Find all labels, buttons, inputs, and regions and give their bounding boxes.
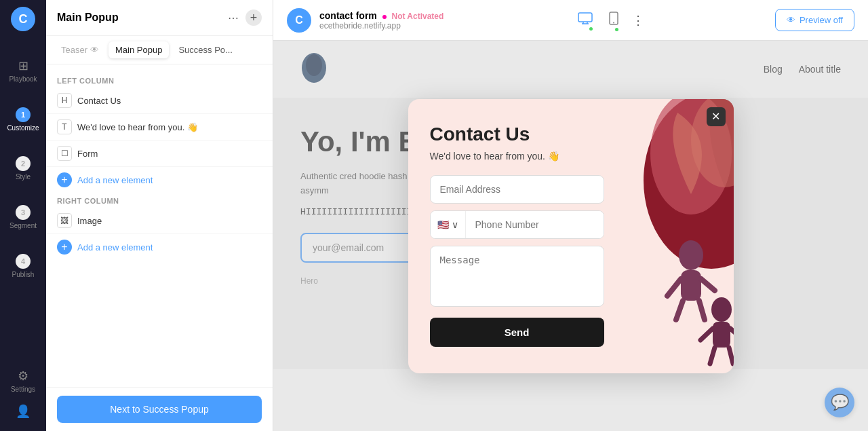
svg-line-15 <box>676 301 683 320</box>
svg-line-19 <box>701 329 713 340</box>
form-label: Form <box>77 149 98 159</box>
topbar-app-name: contact form Not Activated <box>319 10 443 21</box>
panel-content: LEFT COLUMN H Contact Us T We'd love to … <box>46 64 273 387</box>
tab-success-popup[interactable]: Success Po... <box>172 41 239 58</box>
modal-phone-row: 🇺🇸 ∨ <box>430 210 604 239</box>
modal-title: Contact Us <box>430 124 604 145</box>
add-element-left-label: Add a new element <box>77 175 153 185</box>
text-label: We'd love to hear from you. 👋 <box>77 122 198 132</box>
phone-chevron: ∨ <box>452 219 458 230</box>
success-popup-label: Success Po... <box>178 45 232 55</box>
svg-line-13 <box>667 279 681 296</box>
panel-more-button[interactable]: ⋯ <box>226 10 240 26</box>
sidebar-item-customize[interactable]: 1 Customize <box>7 102 39 137</box>
sidebar-label-style: Style <box>16 173 31 181</box>
heading-icon: H <box>57 93 72 108</box>
app-sidebar: C ⊞ Playbook 1 Customize 2 Style 3 Segme… <box>0 0 46 431</box>
svg-rect-12 <box>681 270 701 301</box>
illustration-svg <box>623 99 734 371</box>
panel-title: Main Popup <box>57 12 119 24</box>
add-element-left-icon: + <box>57 172 72 187</box>
add-element-right[interactable]: + Add a new element <box>46 234 273 260</box>
account-icon: 👤 <box>16 404 31 419</box>
contact-modal: ✕ Contact Us We'd love to hear from you.… <box>408 99 734 373</box>
main-area: C contact form Not Activated ecethebride… <box>273 0 868 431</box>
sidebar-label-segment: Segment <box>9 222 37 229</box>
app-logo[interactable]: C <box>11 7 35 31</box>
svg-line-14 <box>701 279 715 291</box>
sidebar-item-segment[interactable]: 3 Segment <box>7 200 39 235</box>
canvas: Blog About title Yo, I'm Blu boilerplat … <box>273 41 868 431</box>
svg-point-11 <box>679 240 703 270</box>
desktop-dot <box>589 27 593 31</box>
modal-email-input[interactable] <box>430 175 604 204</box>
sidebar-label-playbook: Playbook <box>9 75 37 83</box>
phone-flag[interactable]: 🇺🇸 ∨ <box>431 211 466 238</box>
sidebar-item-publish[interactable]: 4 Publish <box>7 248 39 284</box>
topbar-more-button[interactable]: ⋮ <box>632 13 644 28</box>
main-popup-label: Main Popup <box>115 45 162 55</box>
sidebar-item-style[interactable]: 2 Style <box>7 151 39 186</box>
svg-point-5 <box>613 22 614 24</box>
svg-line-16 <box>699 301 705 320</box>
preview-button[interactable]: 👁 Preview off <box>775 9 854 31</box>
website-preview: Blog About title Yo, I'm Blu boilerplat … <box>273 41 868 431</box>
sidebar-label-settings: Settings <box>11 386 35 393</box>
step-num-style: 2 <box>16 156 31 171</box>
panel-header-actions: ⋯ + <box>226 10 262 26</box>
svg-point-17 <box>711 297 732 322</box>
modal-phone-input[interactable] <box>466 211 604 238</box>
teaser-label: Teaser <box>61 45 87 55</box>
panel-tabs: Teaser 👁 Main Popup Success Po... <box>46 36 273 64</box>
add-element-left[interactable]: + Add a new element <box>46 167 273 193</box>
next-button[interactable]: Next to Success Popup <box>57 396 262 423</box>
settings-icon: ⚙ <box>18 369 28 383</box>
image-label: Image <box>77 216 102 226</box>
desktop-device-button[interactable] <box>575 10 595 31</box>
status-dot <box>382 15 387 19</box>
topbar-app-icon: C <box>287 8 311 33</box>
sidebar-item-account[interactable]: 👤 <box>0 398 46 424</box>
mobile-dot <box>615 28 618 31</box>
sidebar-label-publish: Publish <box>12 271 35 278</box>
sidebar-label-customize: Customize <box>7 124 39 132</box>
modal-illustration <box>623 99 734 373</box>
playbook-icon: ⊞ <box>18 58 28 73</box>
form-icon: ☐ <box>57 146 72 161</box>
svg-line-21 <box>710 348 715 364</box>
topbar: C contact form Not Activated ecethebride… <box>273 0 868 41</box>
svg-rect-0 <box>578 13 592 22</box>
step-navigation: ⊞ Playbook 1 Customize 2 Style 3 Segment… <box>7 45 39 292</box>
editor-panel: Main Popup ⋯ + Teaser 👁 Main Popup Succe… <box>46 0 273 431</box>
row-text[interactable]: T We'd love to hear from you. 👋 <box>46 114 273 140</box>
modal-close-button[interactable]: ✕ <box>707 107 726 126</box>
sidebar-item-playbook[interactable]: ⊞ Playbook <box>7 53 39 88</box>
image-icon: 🖼 <box>57 213 72 228</box>
add-element-right-label: Add a new element <box>77 242 153 252</box>
teaser-hidden-icon: 👁 <box>90 45 99 55</box>
topbar-info: contact form Not Activated ecethebride.n… <box>319 10 443 31</box>
mobile-device-button[interactable] <box>606 9 621 31</box>
right-column-label: RIGHT COLUMN <box>46 193 273 208</box>
topbar-center: ⋮ <box>575 9 644 31</box>
sidebar-item-settings[interactable]: ⚙ Settings <box>0 363 46 398</box>
step-num-customize: 1 <box>16 107 31 122</box>
svg-line-22 <box>729 348 733 364</box>
row-form[interactable]: ☐ Form <box>46 140 273 167</box>
tab-main-popup[interactable]: Main Popup <box>108 41 169 58</box>
modal-subtitle: We'd love to hear from you. 👋 <box>430 151 604 162</box>
tab-teaser[interactable]: Teaser 👁 <box>54 41 106 58</box>
panel-add-button[interactable]: + <box>245 10 262 26</box>
topbar-left: C contact form Not Activated ecethebride… <box>287 8 443 33</box>
panel-header: Main Popup ⋯ + <box>46 0 273 36</box>
add-element-right-icon: + <box>57 240 72 255</box>
panel-footer: Next to Success Popup <box>46 387 273 431</box>
row-heading[interactable]: H Contact Us <box>46 88 273 114</box>
left-column-label: LEFT COLUMN <box>46 73 273 88</box>
modal-message-input[interactable] <box>430 246 604 307</box>
step-num-publish: 4 <box>16 254 31 269</box>
row-image[interactable]: 🖼 Image <box>46 208 273 234</box>
modal-send-button[interactable]: Send <box>430 318 604 347</box>
flag-emoji: 🇺🇸 <box>437 219 449 230</box>
modal-overlay: ✕ Contact Us We'd love to hear from you.… <box>273 41 868 431</box>
